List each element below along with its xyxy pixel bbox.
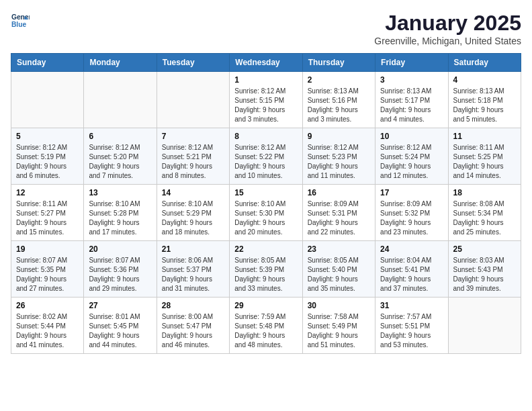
day-number: 27 [89, 301, 151, 310]
day-number: 28 [162, 301, 224, 310]
day-number: 1 [234, 75, 297, 85]
day-info: Sunrise: 8:09 AMSunset: 5:31 PMDaylight:… [308, 199, 370, 237]
calendar-cell: 9Sunrise: 8:12 AMSunset: 5:23 PMDaylight… [302, 128, 375, 185]
weekday-monday: Monday [84, 54, 157, 72]
day-info: Sunrise: 8:12 AMSunset: 5:15 PMDaylight:… [234, 87, 297, 124]
day-number: 7 [162, 132, 224, 141]
calendar-cell: 28Sunrise: 8:00 AMSunset: 5:47 PMDayligh… [157, 298, 229, 354]
day-info: Sunrise: 8:05 AMSunset: 5:40 PMDaylight:… [308, 256, 370, 293]
day-info: Sunrise: 7:57 AMSunset: 5:51 PMDaylight:… [380, 312, 443, 350]
calendar-cell: 24Sunrise: 8:04 AMSunset: 5:41 PMDayligh… [375, 241, 448, 298]
day-info: Sunrise: 8:05 AMSunset: 5:39 PMDaylight:… [234, 256, 297, 293]
calendar-cell: 12Sunrise: 8:11 AMSunset: 5:27 PMDayligh… [11, 185, 84, 241]
weekday-header-row: SundayMondayTuesdayWednesdayThursdayFrid… [11, 54, 521, 72]
day-number: 3 [380, 75, 443, 85]
day-number: 2 [308, 75, 370, 85]
day-number: 29 [234, 301, 297, 310]
day-number: 14 [162, 188, 224, 197]
calendar-cell: 7Sunrise: 8:12 AMSunset: 5:21 PMDaylight… [157, 128, 229, 185]
svg-text:Blue: Blue [11, 21, 27, 28]
day-info: Sunrise: 8:09 AMSunset: 5:32 PMDaylight:… [380, 199, 443, 237]
calendar-cell [157, 72, 229, 128]
calendar-cell: 27Sunrise: 8:01 AMSunset: 5:45 PMDayligh… [84, 298, 157, 354]
day-number: 16 [308, 188, 370, 197]
day-number: 6 [89, 132, 151, 141]
calendar-cell [448, 298, 521, 354]
day-info: Sunrise: 8:13 AMSunset: 5:18 PMDaylight:… [453, 87, 516, 124]
weekday-saturday: Saturday [448, 54, 521, 72]
day-number: 26 [16, 301, 79, 310]
calendar-table: SundayMondayTuesdayWednesdayThursdayFrid… [11, 53, 521, 354]
day-number: 21 [162, 244, 224, 254]
calendar-cell: 2Sunrise: 8:13 AMSunset: 5:16 PMDaylight… [302, 72, 375, 128]
day-number: 13 [89, 188, 151, 197]
calendar-cell: 1Sunrise: 8:12 AMSunset: 5:15 PMDaylight… [230, 72, 302, 128]
day-info: Sunrise: 8:12 AMSunset: 5:21 PMDaylight:… [162, 143, 224, 181]
calendar-week-3: 12Sunrise: 8:11 AMSunset: 5:27 PMDayligh… [11, 185, 521, 241]
day-info: Sunrise: 8:10 AMSunset: 5:29 PMDaylight:… [162, 199, 224, 237]
calendar-cell: 11Sunrise: 8:11 AMSunset: 5:25 PMDayligh… [448, 128, 521, 185]
calendar-week-5: 26Sunrise: 8:02 AMSunset: 5:44 PMDayligh… [11, 298, 521, 354]
day-number: 15 [234, 188, 297, 197]
day-info: Sunrise: 8:12 AMSunset: 5:19 PMDaylight:… [16, 143, 79, 181]
calendar-cell: 14Sunrise: 8:10 AMSunset: 5:29 PMDayligh… [157, 185, 229, 241]
calendar-cell: 22Sunrise: 8:05 AMSunset: 5:39 PMDayligh… [230, 241, 302, 298]
day-info: Sunrise: 8:12 AMSunset: 5:23 PMDaylight:… [308, 143, 370, 181]
day-info: Sunrise: 8:11 AMSunset: 5:25 PMDaylight:… [453, 143, 516, 181]
calendar-cell: 29Sunrise: 7:59 AMSunset: 5:48 PMDayligh… [230, 298, 302, 354]
calendar-cell: 5Sunrise: 8:12 AMSunset: 5:19 PMDaylight… [11, 128, 84, 185]
logo: General Blue [11, 11, 30, 30]
day-number: 23 [308, 244, 370, 254]
day-number: 10 [380, 132, 443, 141]
day-info: Sunrise: 8:07 AMSunset: 5:36 PMDaylight:… [89, 256, 151, 293]
day-number: 4 [453, 75, 516, 85]
calendar-body: 1Sunrise: 8:12 AMSunset: 5:15 PMDaylight… [11, 72, 521, 354]
day-number: 19 [16, 244, 79, 254]
day-info: Sunrise: 8:13 AMSunset: 5:16 PMDaylight:… [308, 87, 370, 124]
calendar-week-4: 19Sunrise: 8:07 AMSunset: 5:35 PMDayligh… [11, 241, 521, 298]
day-number: 11 [453, 132, 516, 141]
logo-icon: General Blue [11, 11, 30, 30]
day-info: Sunrise: 8:04 AMSunset: 5:41 PMDaylight:… [380, 256, 443, 293]
calendar-cell: 8Sunrise: 8:12 AMSunset: 5:22 PMDaylight… [230, 128, 302, 185]
calendar-cell: 17Sunrise: 8:09 AMSunset: 5:32 PMDayligh… [375, 185, 448, 241]
weekday-sunday: Sunday [11, 54, 84, 72]
day-info: Sunrise: 8:12 AMSunset: 5:22 PMDaylight:… [234, 143, 297, 181]
month-title: January 2025 [374, 11, 521, 36]
day-info: Sunrise: 8:07 AMSunset: 5:35 PMDaylight:… [16, 256, 79, 293]
day-info: Sunrise: 7:59 AMSunset: 5:48 PMDaylight:… [234, 312, 297, 350]
calendar-cell: 26Sunrise: 8:02 AMSunset: 5:44 PMDayligh… [11, 298, 84, 354]
day-info: Sunrise: 8:10 AMSunset: 5:28 PMDaylight:… [89, 199, 151, 237]
svg-text:General: General [11, 13, 30, 21]
day-info: Sunrise: 8:12 AMSunset: 5:20 PMDaylight:… [89, 143, 151, 181]
calendar-cell: 21Sunrise: 8:06 AMSunset: 5:37 PMDayligh… [157, 241, 229, 298]
day-number: 18 [453, 188, 516, 197]
calendar-cell [11, 72, 84, 128]
day-number: 8 [234, 132, 297, 141]
calendar-week-1: 1Sunrise: 8:12 AMSunset: 5:15 PMDaylight… [11, 72, 521, 128]
calendar-cell: 23Sunrise: 8:05 AMSunset: 5:40 PMDayligh… [302, 241, 375, 298]
location: Greenville, Michigan, United States [374, 36, 521, 46]
calendar-cell: 18Sunrise: 8:08 AMSunset: 5:34 PMDayligh… [448, 185, 521, 241]
page-header: General Blue January 2025 Greenville, Mi… [11, 11, 521, 46]
day-number: 17 [380, 188, 443, 197]
calendar-week-2: 5Sunrise: 8:12 AMSunset: 5:19 PMDaylight… [11, 128, 521, 185]
day-info: Sunrise: 8:11 AMSunset: 5:27 PMDaylight:… [16, 199, 79, 237]
calendar-cell: 31Sunrise: 7:57 AMSunset: 5:51 PMDayligh… [375, 298, 448, 354]
calendar-cell: 4Sunrise: 8:13 AMSunset: 5:18 PMDaylight… [448, 72, 521, 128]
calendar-cell: 16Sunrise: 8:09 AMSunset: 5:31 PMDayligh… [302, 185, 375, 241]
day-number: 9 [308, 132, 370, 141]
day-number: 12 [16, 188, 79, 197]
calendar-cell [84, 72, 157, 128]
day-number: 20 [89, 244, 151, 254]
calendar-cell: 13Sunrise: 8:10 AMSunset: 5:28 PMDayligh… [84, 185, 157, 241]
day-info: Sunrise: 8:00 AMSunset: 5:47 PMDaylight:… [162, 312, 224, 350]
day-number: 5 [16, 132, 79, 141]
day-number: 22 [234, 244, 297, 254]
day-info: Sunrise: 8:12 AMSunset: 5:24 PMDaylight:… [380, 143, 443, 181]
weekday-friday: Friday [375, 54, 448, 72]
day-number: 24 [380, 244, 443, 254]
day-info: Sunrise: 8:13 AMSunset: 5:17 PMDaylight:… [380, 87, 443, 124]
day-number: 30 [308, 301, 370, 310]
day-info: Sunrise: 8:03 AMSunset: 5:43 PMDaylight:… [453, 256, 516, 293]
